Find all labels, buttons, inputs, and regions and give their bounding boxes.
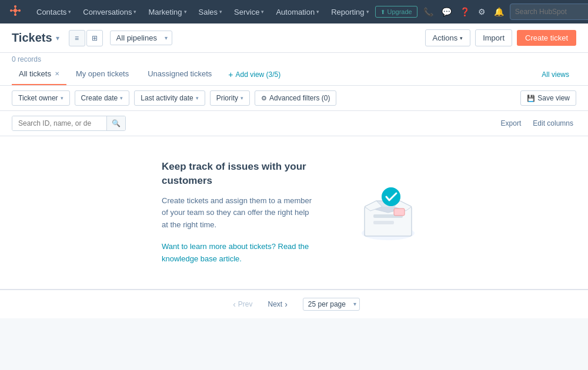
hubspot-logo[interactable] <box>9 5 21 19</box>
table-search-input[interactable] <box>12 116 106 130</box>
prev-page-button[interactable]: ‹ Prev <box>228 297 257 311</box>
tab-bar: All tickets ✕ My open tickets Unassigned… <box>0 63 588 86</box>
chevron-down-icon: ▾ <box>219 9 222 15</box>
svg-point-3 <box>14 14 16 16</box>
main-content: Keep track of issues with your customers… <box>0 136 588 290</box>
filter-chevron-icon: ▾ <box>120 95 123 101</box>
pipeline-select-input[interactable]: All pipelines <box>110 31 172 45</box>
filter-bar: Ticket owner ▾ Create date ▾ Last activi… <box>0 86 588 111</box>
prev-arrow-icon: ‹ <box>233 300 236 309</box>
search-icon: 🔍 <box>112 119 121 127</box>
empty-state-description: Create tickets and assign them to a memb… <box>162 195 315 231</box>
chevron-down-icon: ▾ <box>133 9 136 15</box>
top-navigation: Contacts ▾ Conversations ▾ Marketing ▾ S… <box>0 0 588 23</box>
empty-state-text: Keep track of issues with your customers… <box>162 160 315 265</box>
upgrade-button[interactable]: ⬆ Upgrade <box>375 6 417 18</box>
svg-point-0 <box>14 9 17 12</box>
actions-button[interactable]: Actions ▾ <box>425 29 471 46</box>
view-icons-group: ≡ ⊞ <box>69 30 103 46</box>
settings-icon[interactable]: ⚙ <box>476 5 488 19</box>
tab-close-icon[interactable]: ✕ <box>55 70 59 77</box>
priority-filter[interactable]: Priority ▾ <box>210 90 250 106</box>
toolbar-actions: Actions ▾ Import Create ticket <box>425 29 576 46</box>
chevron-down-icon: ▾ <box>366 9 369 15</box>
nav-right: ⬆ Upgrade 📞 💬 ❓ ⚙ 🔔 🔍 IS Inspired Spac ▾ <box>375 4 588 20</box>
page-toolbar: Tickets ▾ ≡ ⊞ All pipelines ▾ Actions ▾ … <box>0 23 588 53</box>
filter-chevron-icon: ▾ <box>196 95 199 101</box>
nav-items: Contacts ▾ Conversations ▾ Marketing ▾ S… <box>31 0 375 23</box>
tab-unassigned-tickets[interactable]: Unassigned tickets <box>138 63 221 85</box>
nav-item-service[interactable]: Service ▾ <box>228 0 270 23</box>
records-count-bar: 0 records <box>0 53 588 63</box>
search-row: 🔍 Export Edit columns <box>0 111 588 136</box>
last-activity-filter[interactable]: Last activity date ▾ <box>134 90 205 106</box>
edit-columns-button[interactable]: Edit columns <box>530 116 576 130</box>
svg-point-2 <box>18 9 21 12</box>
nav-item-conversations[interactable]: Conversations ▾ <box>77 0 142 23</box>
import-button[interactable]: Import <box>475 29 512 46</box>
nav-item-automation[interactable]: Automation ▾ <box>270 0 325 23</box>
next-arrow-icon: › <box>285 300 288 309</box>
filter-icon: ⚙ <box>261 95 267 102</box>
nav-item-contacts[interactable]: Contacts ▾ <box>31 0 77 23</box>
upgrade-icon: ⬆ <box>380 9 385 15</box>
search-bar: 🔍 <box>510 4 588 20</box>
filter-chevron-icon: ▾ <box>61 95 64 101</box>
list-view-icon[interactable]: ≡ <box>69 30 85 46</box>
nav-item-sales[interactable]: Sales ▾ <box>193 0 229 23</box>
pipeline-selector[interactable]: All pipelines ▾ <box>110 31 172 45</box>
records-count: 0 records <box>12 55 41 63</box>
svg-rect-12 <box>373 221 394 224</box>
per-page-selector: 25 per page ▾ <box>303 298 360 311</box>
export-button[interactable]: Export <box>498 116 524 130</box>
svg-rect-13 <box>394 208 405 216</box>
svg-point-4 <box>10 9 12 12</box>
search-submit-button[interactable]: 🔍 <box>106 116 125 130</box>
empty-state-illustration <box>350 174 426 251</box>
next-page-button[interactable]: Next › <box>263 297 292 311</box>
create-ticket-button[interactable]: Create ticket <box>517 30 576 46</box>
chevron-down-icon: ▾ <box>316 9 319 15</box>
chevron-down-icon: ▾ <box>68 9 71 15</box>
save-icon: 💾 <box>527 95 535 102</box>
tab-all-tickets[interactable]: All tickets ✕ <box>12 63 66 85</box>
page-title-area: Tickets ▾ <box>12 31 59 45</box>
svg-point-1 <box>14 5 16 8</box>
all-views-link[interactable]: All views <box>534 65 576 85</box>
filter-chevron-icon: ▾ <box>240 95 243 101</box>
add-icon: + <box>228 70 233 79</box>
nav-item-reporting[interactable]: Reporting ▾ <box>325 0 375 23</box>
help-icon[interactable]: ❓ <box>457 5 472 19</box>
actions-chevron-icon: ▾ <box>460 35 463 41</box>
empty-state: Keep track of issues with your customers… <box>162 160 426 265</box>
create-date-filter[interactable]: Create date ▾ <box>75 90 130 106</box>
empty-state-title: Keep track of issues with your customers <box>162 160 315 188</box>
per-page-select-input[interactable]: 25 per page <box>303 298 360 311</box>
ticket-owner-filter[interactable]: Ticket owner ▾ <box>12 90 70 106</box>
advanced-filters-button[interactable]: ⚙ Advanced filters (0) <box>255 90 336 106</box>
grid-view-icon[interactable]: ⊞ <box>86 30 103 46</box>
nav-item-marketing[interactable]: Marketing ▾ <box>142 0 192 23</box>
phone-icon[interactable]: 📞 <box>421 5 436 19</box>
notification-icon[interactable]: 🔔 <box>492 5 506 19</box>
chevron-down-icon: ▾ <box>261 9 264 15</box>
search-input-area: 🔍 <box>12 116 126 131</box>
chevron-down-icon: ▾ <box>184 9 187 15</box>
pagination-bar: ‹ Prev Next › 25 per page ▾ <box>0 290 588 318</box>
svg-point-15 <box>382 187 400 206</box>
save-view-button[interactable]: 💾 Save view <box>520 90 576 106</box>
chat-icon[interactable]: 💬 <box>439 5 454 19</box>
global-search-input[interactable] <box>515 8 586 16</box>
tab-my-open-tickets[interactable]: My open tickets <box>66 63 138 85</box>
title-dropdown-icon[interactable]: ▾ <box>56 34 59 42</box>
page-title: Tickets <box>12 31 52 45</box>
knowledge-base-link[interactable]: Want to learn more about tickets? Read t… <box>162 242 309 263</box>
add-view-button[interactable]: + Add view (3/5) <box>221 64 288 85</box>
